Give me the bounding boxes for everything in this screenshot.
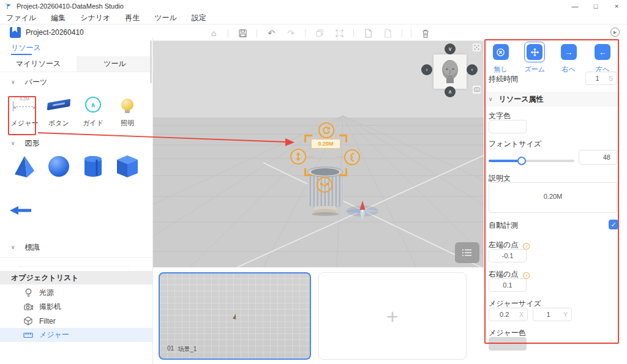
- shape-cube[interactable]: [110, 152, 145, 181]
- object-item-camera[interactable]: 撮影机: [0, 300, 153, 314]
- gizmo-drop-handle[interactable]: [317, 177, 332, 193]
- menu-bar: ファイル 編集 シナリオ 再生 ツール 設定: [0, 12, 627, 24]
- object-item-filter[interactable]: Filter: [0, 314, 153, 328]
- toolbar-separator: [305, 29, 306, 37]
- add-scene-card[interactable]: +: [318, 272, 467, 360]
- preview-play-button[interactable]: ▶: [610, 28, 620, 37]
- part-item-button[interactable]: ボタン: [42, 92, 76, 130]
- orbit-right-button[interactable]: ‹: [467, 64, 478, 75]
- shape-arrow[interactable]: [10, 204, 32, 219]
- part-item-guide[interactable]: ∧ ガイド: [76, 92, 110, 130]
- menu-tools[interactable]: ツール: [154, 13, 177, 23]
- focus-view-button[interactable]: [472, 43, 481, 52]
- shape-sphere[interactable]: [42, 152, 76, 181]
- delete-button[interactable]: [420, 28, 431, 39]
- viewport-3d[interactable]: 0.20M ∨ › ‹ ∧: [153, 41, 484, 267]
- rotate-icon: [322, 126, 331, 135]
- orbit-up-button[interactable]: ∨: [445, 43, 456, 54]
- font-size-slider[interactable]: [489, 157, 574, 165]
- app-logo-icon: [5, 3, 12, 10]
- resource-properties-header[interactable]: ∨ リソース属性: [484, 92, 620, 106]
- export-document-button[interactable]: [362, 28, 374, 39]
- duration-input[interactable]: [586, 75, 609, 82]
- copy-button[interactable]: [314, 28, 325, 39]
- sphere-icon: [48, 156, 69, 177]
- shape-pyramid[interactable]: [7, 152, 42, 181]
- menu-settings[interactable]: 設定: [192, 13, 206, 23]
- menu-edit[interactable]: 編集: [51, 13, 66, 23]
- font-size-input[interactable]: [579, 150, 617, 165]
- auto-measure-checkbox[interactable]: ✓: [609, 220, 618, 229]
- measure-size-x-input[interactable]: [489, 311, 519, 318]
- datamesh-studio-window: Project-20260410-DataMesh Studio — □ × フ…: [0, 0, 627, 364]
- tab-resource[interactable]: リソース: [11, 43, 41, 53]
- text-color-swatch[interactable]: [489, 120, 527, 133]
- section-parts-header[interactable]: ∨ パーツ: [0, 75, 153, 89]
- tab-underline: [11, 54, 32, 55]
- menu-scenario[interactable]: シナリオ: [80, 13, 110, 23]
- slider-thumb[interactable]: [517, 157, 526, 165]
- scene-list-toggle-button[interactable]: [455, 242, 479, 263]
- minimize-button[interactable]: —: [565, 0, 585, 12]
- menu-play[interactable]: 再生: [125, 13, 140, 23]
- undo-button[interactable]: ↶: [266, 28, 277, 39]
- gizmo-curve-handle[interactable]: [344, 149, 360, 165]
- close-button[interactable]: ×: [606, 0, 627, 12]
- section-shapes-header[interactable]: ∨ 図形: [0, 136, 153, 150]
- menu-file[interactable]: ファイル: [6, 13, 36, 23]
- vertical-arrows-icon: [295, 152, 302, 162]
- measure-size-y-field[interactable]: Y: [533, 308, 572, 321]
- down-arrows-icon: [320, 181, 329, 188]
- subtab-my-resources[interactable]: マイリソース: [0, 56, 77, 72]
- scene-strip: 01 场景_1 +: [153, 267, 484, 364]
- object-item-light[interactable]: 光源: [0, 286, 153, 300]
- none-icon: [496, 48, 505, 57]
- measure-color-swatch[interactable]: [489, 337, 527, 351]
- scene-thumbnail-object: [233, 313, 238, 319]
- description-input[interactable]: 0.20M: [489, 182, 617, 213]
- gizmo-scale-handle[interactable]: [290, 149, 306, 165]
- plus-icon: +: [386, 306, 399, 327]
- scene-card-1[interactable]: 01 场景_1: [159, 272, 311, 360]
- save-button[interactable]: [237, 28, 248, 39]
- subtab-tools[interactable]: ツール: [77, 56, 153, 72]
- import-document-button[interactable]: [382, 28, 393, 39]
- chevron-down-icon: ∨: [489, 96, 493, 102]
- chevron-down-icon: ∨: [11, 79, 15, 85]
- divider: [0, 257, 153, 258]
- sidebar-scrollbar[interactable]: [150, 40, 152, 83]
- gizmo-rotate-handle[interactable]: [318, 122, 334, 138]
- x-unit: X: [519, 311, 527, 318]
- duration-field[interactable]: S: [585, 72, 617, 85]
- keyboard-shortcut-button[interactable]: [472, 85, 481, 94]
- camera-icon: [23, 302, 33, 312]
- action-zoom[interactable]: ズーム: [524, 42, 545, 74]
- section-signs-header[interactable]: ∨ 標識: [0, 240, 153, 254]
- shape-cylinder[interactable]: [76, 152, 110, 181]
- part-item-light[interactable]: 照明: [110, 92, 145, 130]
- part-item-measure[interactable]: 0.2M ◂▸ メジャー: [7, 92, 42, 130]
- left-point-input[interactable]: [489, 249, 527, 262]
- arrow-left-icon: [10, 204, 32, 217]
- redo-button[interactable]: ↷: [285, 28, 296, 39]
- button-icon: [47, 99, 70, 111]
- maximize-button[interactable]: □: [585, 0, 606, 12]
- measure-size-x-field[interactable]: X: [489, 308, 528, 321]
- y-unit: Y: [563, 311, 571, 318]
- scene-name: 场景_1: [178, 345, 197, 354]
- object-item-measure[interactable]: メジャー: [0, 328, 153, 342]
- action-right[interactable]: → 右へ: [558, 42, 579, 74]
- orbit-down-button[interactable]: ∧: [445, 86, 456, 97]
- toolbar-separator: [353, 29, 354, 37]
- action-left[interactable]: ← 左へ: [592, 42, 613, 74]
- object-list-header: オブジェクトリスト: [0, 271, 153, 284]
- measure-size-y-input[interactable]: [533, 311, 563, 318]
- view-orientation-cube[interactable]: [434, 54, 467, 89]
- action-none[interactable]: 無し: [490, 42, 511, 74]
- auto-measure-label: 自動計測: [489, 220, 518, 231]
- group-button[interactable]: [334, 28, 345, 39]
- home-button[interactable]: ⌂: [208, 28, 219, 39]
- right-point-input[interactable]: [489, 278, 527, 292]
- toolbar-separator: [228, 29, 228, 37]
- orbit-left-button[interactable]: ›: [421, 64, 432, 75]
